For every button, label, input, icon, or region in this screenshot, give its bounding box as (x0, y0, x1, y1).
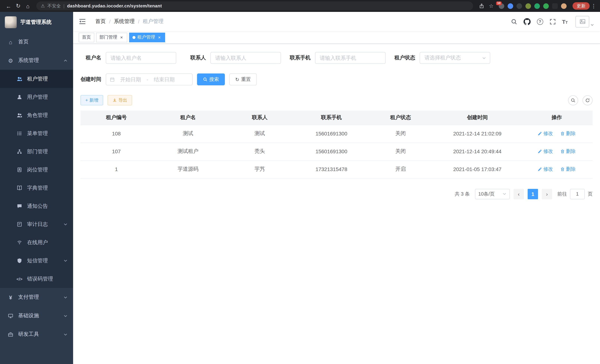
extension-icon[interactable] (561, 3, 567, 9)
message-icon (16, 203, 23, 209)
sidebar-item-menu[interactable]: 菜单管理 (0, 124, 73, 142)
extension-icon[interactable] (516, 3, 522, 9)
signal-icon (16, 240, 23, 245)
sidebar-item-devtools[interactable]: 研发工具 (0, 325, 73, 344)
add-button[interactable]: + 新增 (81, 95, 103, 105)
filter-contact: 联系人 (185, 52, 281, 64)
bookmark-star-icon[interactable]: ☆ (489, 3, 494, 9)
extensions-area: 10 (499, 3, 567, 9)
col-header-created: 创建时间 (434, 111, 521, 125)
export-button-label: 导出 (118, 97, 127, 103)
contact-input[interactable] (215, 52, 276, 64)
start-date-input[interactable] (117, 74, 144, 85)
book-icon (16, 185, 23, 191)
cell-status: 关闭 (367, 142, 434, 160)
reload-icon[interactable]: ↻ (13, 3, 23, 9)
close-icon[interactable]: × (157, 35, 162, 40)
delete-link[interactable]: 删除 (561, 130, 576, 137)
edit-link[interactable]: 修改 (538, 148, 553, 155)
back-icon[interactable]: ← (4, 3, 13, 9)
share-icon[interactable] (479, 3, 484, 9)
sidebar-item-role[interactable]: 角色管理 (0, 106, 73, 124)
sidebar: 芋道管理系统 ⌂ 首页 ⚙ 系统管理 租户管理 (0, 12, 73, 364)
toolbox-icon (7, 332, 14, 337)
sidebar-item-dept[interactable]: 部门管理 (0, 142, 73, 161)
tab-tenant-active[interactable]: 租户管理 × (129, 32, 165, 42)
sidebar-collapse-icon[interactable] (79, 19, 86, 25)
security-warning-icon: ⚠ (41, 3, 45, 9)
tab-home[interactable]: 首页 (79, 32, 94, 42)
sidebar-item-home[interactable]: ⌂ 首页 (0, 33, 73, 51)
browser-update-button[interactable]: 更新 (572, 2, 590, 10)
home-icon[interactable]: ⌂ (23, 3, 33, 9)
tab-label: 部门管理 (99, 34, 117, 40)
end-date-input[interactable] (150, 74, 178, 85)
export-button[interactable]: 导出 (108, 95, 132, 105)
sidebar-item-dict[interactable]: 字典管理 (0, 179, 73, 197)
cell-id: 107 (81, 142, 152, 160)
chevron-up-icon (64, 58, 67, 63)
extension-icon[interactable] (525, 3, 531, 9)
font-size-icon[interactable]: TT (562, 19, 568, 24)
sidebar-logo[interactable]: 芋道管理系统 (0, 12, 73, 33)
page-button-1[interactable]: 1 (528, 189, 538, 199)
gear-icon: ⚙ (7, 58, 14, 63)
next-page-button[interactable]: › (542, 189, 552, 199)
help-icon[interactable]: ? (537, 18, 543, 25)
breadcrumb-item[interactable]: 首页 (95, 18, 106, 25)
address-bar[interactable]: ⚠ 不安全 | dashboard.yudao.iocoder.cn/syste… (36, 1, 473, 10)
address-divider: | (64, 3, 65, 9)
page-size-select[interactable]: 10条/页 (475, 189, 510, 199)
breadcrumb-item[interactable]: 系统管理 (114, 18, 135, 25)
toggle-search-button[interactable] (568, 95, 578, 105)
breadcrumb-separator: / (138, 19, 140, 25)
yen-icon: ¥ (7, 294, 14, 300)
extension-icon[interactable] (543, 3, 549, 9)
sidebar-item-infra[interactable]: 基础设施 (0, 307, 73, 325)
reset-button[interactable]: ↻ 重置 (229, 74, 257, 85)
main-area: 首页 / 系统管理 / 租户管理 ? (73, 12, 600, 364)
extension-icon[interactable] (508, 3, 513, 9)
extension-icon[interactable] (552, 3, 558, 9)
prev-page-button[interactable]: ‹ (514, 189, 524, 199)
search-button[interactable]: 搜索 (197, 74, 225, 85)
sidebar-item-online-users[interactable]: 在线用户 (0, 233, 73, 252)
col-header-status: 租户状态 (367, 111, 434, 125)
fullscreen-icon[interactable] (549, 18, 556, 25)
github-icon[interactable] (523, 18, 530, 25)
add-button-label: 新增 (89, 97, 98, 103)
sidebar-item-post[interactable]: 岗位管理 (0, 161, 73, 179)
delete-link[interactable]: 删除 (561, 148, 576, 155)
mobile-input[interactable] (320, 52, 381, 64)
close-icon[interactable]: × (119, 35, 124, 40)
search-icon[interactable] (511, 18, 517, 25)
table-toolbar: + 新增 导出 (81, 95, 593, 105)
browser-menu-icon[interactable]: ⋮ (591, 3, 596, 9)
delete-link[interactable]: 删除 (561, 166, 576, 173)
tab-dept[interactable]: 部门管理 × (96, 32, 127, 42)
date-range-picker[interactable]: - (106, 74, 193, 85)
top-navbar: 首页 / 系统管理 / 租户管理 ? (73, 12, 600, 31)
sidebar-item-audit-log[interactable]: 审计日志 (0, 215, 73, 233)
sidebar-item-sms[interactable]: 短信管理 (0, 252, 73, 270)
sidebar-item-notice[interactable]: 通知公告 (0, 197, 73, 215)
sidebar-item-label: 部门管理 (27, 148, 48, 155)
goto-page-input[interactable] (570, 189, 585, 199)
extension-icon[interactable] (534, 3, 540, 9)
sidebar-item-payment[interactable]: ¥ 支付管理 (0, 288, 73, 307)
refresh-table-button[interactable] (582, 95, 593, 105)
status-select[interactable]: 请选择租户状态 (420, 52, 490, 64)
user-avatar-menu[interactable] (575, 16, 594, 27)
edit-link[interactable]: 修改 (538, 166, 553, 173)
chevron-down-icon (64, 314, 67, 318)
screenshot-root: ← ↻ ⌂ ⚠ 不安全 | dashboard.yudao.iocoder.cn… (0, 0, 600, 364)
sidebar-item-tenant[interactable]: 租户管理 (0, 70, 73, 88)
sidebar-item-user[interactable]: 用户管理 (0, 88, 73, 106)
tenant-name-input[interactable] (111, 52, 171, 64)
cell-created: 2021-12-14 20:49:44 (434, 142, 521, 160)
sidebar-item-label: 错误码管理 (27, 276, 53, 282)
edit-link[interactable]: 修改 (538, 130, 553, 137)
sidebar-item-error-code[interactable]: </> 错误码管理 (0, 270, 73, 288)
sidebar-item-system[interactable]: ⚙ 系统管理 (0, 51, 73, 70)
extension-icon[interactable]: 10 (499, 3, 504, 9)
